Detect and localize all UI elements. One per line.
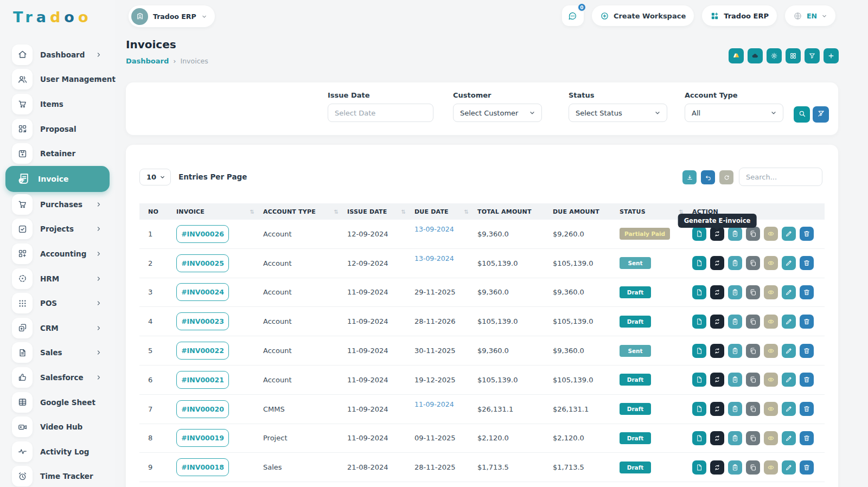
sidebar-item-projects[interactable]: Projects	[0, 217, 115, 242]
invoice-document-button[interactable]	[692, 402, 706, 416]
duplicate-button[interactable]	[728, 373, 742, 387]
customer-select[interactable]: Select Customer	[453, 104, 542, 122]
edit-button[interactable]	[782, 431, 796, 445]
edit-button[interactable]	[782, 285, 796, 299]
duplicate-button[interactable]	[728, 402, 742, 416]
invoice-number-button[interactable]: #INV00022	[176, 342, 229, 360]
sidebar-item-proposal[interactable]: Proposal	[0, 117, 115, 142]
duplicate-button[interactable]	[728, 227, 742, 241]
delete-button[interactable]	[800, 256, 814, 270]
filter-button[interactable]	[805, 48, 820, 63]
invoice-number-button[interactable]: #INV00021	[176, 371, 229, 389]
cloud-export-button[interactable]	[748, 48, 763, 63]
generate-einvoice-button[interactable]	[710, 256, 724, 270]
breadcrumb-dashboard-link[interactable]: Dashboard	[126, 57, 169, 65]
sidebar-item-video-hub[interactable]: Video Hub	[0, 414, 115, 439]
edit-button[interactable]	[782, 227, 796, 241]
sidebar-item-activity-log[interactable]: Activity Log	[0, 439, 115, 464]
sidebar-item-pos[interactable]: POS	[0, 291, 115, 316]
column-header-issue-date[interactable]: ISSUE DATE⇅	[347, 208, 414, 215]
invoice-number-button[interactable]: #INV00024	[176, 283, 229, 301]
invoice-document-button[interactable]	[692, 285, 706, 299]
refresh-button[interactable]	[719, 170, 733, 184]
delete-button[interactable]	[800, 431, 814, 445]
delete-button[interactable]	[800, 315, 814, 329]
sidebar-item-sales[interactable]: Sales	[0, 341, 115, 366]
chat-button[interactable]: 0	[562, 5, 584, 26]
edit-button[interactable]	[782, 373, 796, 387]
invoice-number-button[interactable]: #INV00018	[176, 458, 229, 476]
copy-button[interactable]	[746, 227, 760, 241]
generate-einvoice-button[interactable]	[710, 373, 724, 387]
generate-einvoice-button[interactable]	[710, 402, 724, 416]
sort-icon[interactable]: ⇅	[401, 209, 406, 215]
generate-einvoice-button[interactable]	[710, 344, 724, 358]
table-search-input[interactable]	[739, 168, 822, 186]
preview-button[interactable]	[764, 373, 778, 387]
generate-einvoice-button[interactable]	[710, 315, 724, 329]
sidebar-item-hrm[interactable]: HRM	[0, 266, 115, 291]
invoice-number-button[interactable]: #INV00025	[176, 254, 229, 272]
drive-export-button[interactable]	[729, 48, 744, 63]
delete-button[interactable]	[800, 344, 814, 358]
delete-button[interactable]	[800, 460, 814, 475]
workspace-selector[interactable]: Tradoo ERP	[129, 5, 215, 27]
issue-date-input[interactable]	[328, 104, 433, 122]
column-header-account-type[interactable]: ACCOUNT TYPE⇅	[263, 208, 347, 215]
sidebar-item-dashboard[interactable]: Dashboard	[0, 42, 115, 67]
export-download-button[interactable]	[682, 170, 697, 184]
sort-icon[interactable]: ⇅	[334, 209, 339, 215]
sidebar-item-invoice[interactable]: Invoice	[5, 166, 110, 192]
due-date-value[interactable]: 11-09-2024	[414, 400, 454, 408]
preview-button[interactable]	[764, 460, 778, 475]
invoice-document-button[interactable]	[692, 431, 706, 445]
column-header-invoice[interactable]: INVOICE⇅	[176, 208, 263, 215]
preview-button[interactable]	[764, 256, 778, 270]
invoice-document-button[interactable]	[692, 344, 706, 358]
invoice-document-button[interactable]	[692, 256, 706, 270]
sidebar-item-user-management[interactable]: User Management	[0, 67, 115, 92]
copy-button[interactable]	[746, 373, 760, 387]
copy-button[interactable]	[746, 402, 760, 416]
preview-button[interactable]	[764, 315, 778, 329]
invoice-document-button[interactable]	[692, 460, 706, 475]
sidebar-item-purchases[interactable]: Purchases	[0, 192, 115, 217]
duplicate-button[interactable]	[728, 460, 742, 475]
due-date-value[interactable]: 13-09-2024	[414, 254, 454, 262]
sidebar-item-time-tracker[interactable]: Time Tracker	[0, 464, 115, 487]
edit-button[interactable]	[782, 402, 796, 416]
preview-button[interactable]	[764, 227, 778, 241]
invoice-number-button[interactable]: #INV00023	[176, 312, 229, 330]
copy-button[interactable]	[746, 256, 760, 270]
create-workspace-button[interactable]: Create Workspace	[592, 5, 694, 26]
sort-icon[interactable]: ⇅	[250, 209, 254, 215]
duplicate-button[interactable]	[728, 315, 742, 329]
delete-button[interactable]	[800, 285, 814, 299]
entries-per-page-select[interactable]: 10	[139, 169, 171, 185]
filter-clear-button[interactable]	[813, 106, 829, 123]
copy-button[interactable]	[746, 285, 760, 299]
grid-view-button[interactable]	[786, 48, 801, 63]
sidebar-item-salesforce[interactable]: Salesforce	[0, 365, 115, 390]
preview-button[interactable]	[764, 402, 778, 416]
invoice-number-button[interactable]: #INV00020	[176, 400, 229, 418]
invoice-document-button[interactable]	[692, 373, 706, 387]
sidebar-item-google-sheet[interactable]: Google Sheet	[0, 390, 115, 415]
status-select[interactable]: Select Status	[569, 104, 667, 122]
sidebar-item-retainer[interactable]: Retainer	[0, 141, 115, 166]
preview-button[interactable]	[764, 344, 778, 358]
delete-button[interactable]	[800, 373, 814, 387]
app-switcher-button[interactable]: Tradoo ERP	[702, 5, 777, 26]
preview-button[interactable]	[764, 431, 778, 445]
duplicate-button[interactable]	[728, 285, 742, 299]
copy-button[interactable]	[746, 315, 760, 329]
copy-button[interactable]	[746, 344, 760, 358]
invoice-document-button[interactable]	[692, 315, 706, 329]
language-selector[interactable]: EN	[785, 5, 835, 26]
copy-button[interactable]	[746, 460, 760, 475]
column-header-due-date[interactable]: DUE DATE⇅	[414, 208, 477, 215]
delete-button[interactable]	[800, 227, 814, 241]
edit-button[interactable]	[782, 460, 796, 475]
edit-button[interactable]	[782, 256, 796, 270]
due-date-value[interactable]: 13-09-2024	[414, 225, 454, 233]
